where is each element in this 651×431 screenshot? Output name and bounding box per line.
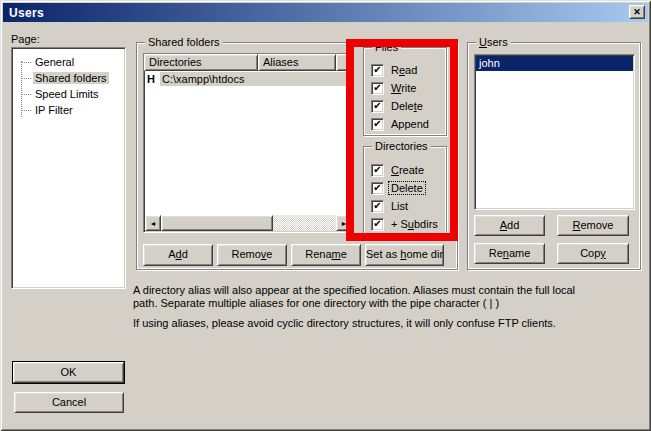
scrollbar-thumb[interactable] — [161, 215, 273, 231]
arrow-right-icon: ► — [341, 220, 348, 227]
page-item-ip-filter[interactable]: IP Filter — [12, 102, 125, 118]
append-checkbox-row[interactable]: ✔ Append — [371, 115, 446, 133]
page-item-speed-limits[interactable]: Speed Limits — [12, 86, 125, 102]
create-checkbox[interactable]: ✔ — [371, 164, 384, 177]
title-bar: Users ✕ — [3, 3, 648, 22]
delete-files-checkbox-row[interactable]: ✔ Delete — [371, 97, 446, 115]
column-header-filler — [336, 54, 353, 71]
delete-directories-checkbox-row[interactable]: ✔ Delete — [371, 179, 446, 197]
list-checkbox-row[interactable]: ✔ List — [371, 197, 446, 215]
help-line-1: A directory alias will also appear at th… — [133, 284, 645, 297]
column-header-directories[interactable]: Directories — [144, 54, 258, 71]
subdirs-checkbox-row[interactable]: ✔ + Subdirs — [371, 215, 446, 233]
files-permissions-group: Files ✔ Read ✔ Write ✔ Delete ✔ Append — [363, 47, 447, 136]
scroll-left-button[interactable]: ◄ — [145, 215, 161, 231]
scroll-right-button[interactable]: ► — [336, 215, 352, 231]
page-item-shared-folders[interactable]: Shared folders — [12, 70, 125, 86]
copy-user-button[interactable]: Copy — [557, 243, 629, 264]
cancel-button[interactable]: Cancel — [14, 392, 124, 413]
create-checkbox-row[interactable]: ✔ Create — [371, 161, 446, 179]
help-line-2: path. Separate multiple aliases for one … — [133, 297, 645, 310]
check-icon: ✔ — [373, 65, 381, 75]
delete-files-checkbox[interactable]: ✔ — [371, 100, 384, 113]
home-flag: H — [147, 73, 155, 85]
directories-listview: Directories Aliases H C:\xampp\htdocs ◄ … — [143, 53, 354, 233]
directories-permissions-group: Directories ✔ Create ✔ Delete ✔ List ✔ +… — [363, 146, 447, 238]
remove-user-button[interactable]: Remove — [557, 215, 629, 236]
page-label: Page: — [11, 33, 40, 45]
horizontal-scrollbar[interactable]: ◄ ► — [145, 215, 352, 231]
check-icon: ✔ — [373, 83, 381, 93]
ok-button[interactable]: OK — [13, 362, 124, 383]
read-checkbox-row[interactable]: ✔ Read — [371, 61, 446, 79]
shared-folders-group-label: Shared folders — [145, 36, 223, 49]
close-button[interactable]: ✕ — [629, 5, 645, 19]
directory-path: C:\xampp\htdocs — [160, 72, 347, 86]
add-user-button[interactable]: Add — [474, 215, 545, 236]
help-line-3: If using aliases, please avoid cyclic di… — [133, 317, 645, 330]
add-directory-button[interactable]: Add — [143, 244, 213, 266]
column-header-aliases[interactable]: Aliases — [258, 54, 336, 71]
page-item-general[interactable]: General — [12, 54, 125, 70]
check-icon: ✔ — [373, 201, 381, 211]
set-as-home-dir-button[interactable]: Set as home dir — [365, 244, 444, 266]
users-group-label: Users — [476, 36, 511, 49]
read-checkbox[interactable]: ✔ — [371, 64, 384, 77]
remove-directory-button[interactable]: Remove — [217, 244, 287, 266]
listview-header: Directories Aliases — [144, 54, 353, 71]
users-dialog: Users ✕ Page: General Shared folders Spe… — [0, 0, 651, 431]
delete-directories-checkbox[interactable]: ✔ — [371, 182, 384, 195]
files-group-label: Files — [372, 41, 401, 54]
check-icon: ✔ — [373, 119, 381, 129]
append-checkbox[interactable]: ✔ — [371, 118, 384, 131]
list-checkbox[interactable]: ✔ — [371, 200, 384, 213]
rename-user-button[interactable]: Rename — [474, 243, 545, 264]
subdirs-checkbox[interactable]: ✔ — [371, 218, 384, 231]
check-icon: ✔ — [373, 165, 381, 175]
user-list-item-john[interactable]: john — [476, 56, 633, 71]
write-checkbox[interactable]: ✔ — [371, 82, 384, 95]
alias-help-text: A directory alias will also appear at th… — [133, 284, 645, 330]
scrollbar-track[interactable] — [273, 215, 336, 231]
directory-row[interactable]: H C:\xampp\htdocs — [144, 71, 353, 87]
check-icon: ✔ — [373, 101, 381, 111]
arrow-left-icon: ◄ — [150, 220, 157, 227]
window-title: Users — [3, 6, 44, 20]
close-icon: ✕ — [633, 8, 641, 17]
users-list: john — [474, 54, 635, 210]
check-icon: ✔ — [373, 219, 381, 229]
check-icon: ✔ — [373, 183, 381, 193]
page-tree: General Shared folders Speed Limits IP F… — [11, 47, 126, 289]
write-checkbox-row[interactable]: ✔ Write — [371, 79, 446, 97]
directories-group-label: Directories — [372, 140, 431, 153]
rename-directory-button[interactable]: Rename — [291, 244, 361, 266]
